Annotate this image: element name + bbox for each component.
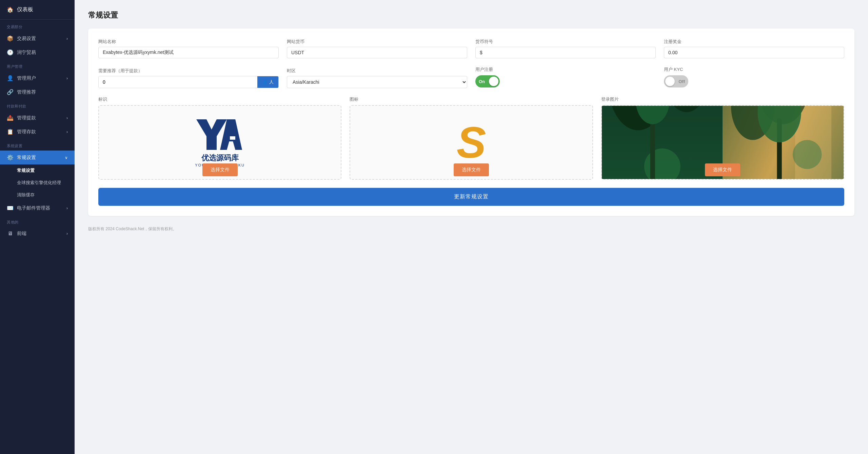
frontend-icon: 🖥 [7,231,14,237]
sidebar-item-manage-referrals[interactable]: 🔗 管理推荐 [0,85,75,99]
logo-text-zh: 优选源码库 [201,153,239,163]
manage-referrals-icon: 🔗 [7,89,14,95]
main-content: 常规设置 网站名称 网站货币 货币符号 注册奖金 需要推荐（用 [75,0,868,454]
settings-card: 网站名称 网站货币 货币符号 注册奖金 需要推荐（用于提款） [88,28,854,216]
icon-upload-group: 图标 S 选择文件 [350,96,593,180]
login-image-upload-box[interactable]: 选择文件 [601,105,844,180]
site-name-input[interactable] [98,47,279,58]
manage-users-label: 管理用户 [17,75,36,81]
chevron-down-icon: ∨ [65,155,68,160]
logo-select-file-btn[interactable]: 选择文件 [202,163,238,176]
sidebar-item-run-trade[interactable]: 🕐 润宁贸易 [0,45,75,59]
sidebar-item-manage-deposit[interactable]: 📋 管理存款 › [0,125,75,139]
site-currency-label: 网站货币 [287,39,467,45]
toggle-knob [489,77,498,86]
login-image-label: 登录图片 [601,96,844,102]
section-title-payment: 付款和付款 [0,99,75,111]
svg-point-18 [793,140,822,169]
footer: 版权所有 2024 CodeShack.Net，保留所有权利。 [88,216,854,235]
referral-button[interactable]: 👤 人 [257,76,278,88]
register-bonus-group: 注册奖金 [664,39,844,58]
logo-label: 标识 [98,96,341,102]
login-image-upload-group: 登录图片 [601,96,844,180]
upload-grid: 标识 优选源码库 [98,96,844,180]
manage-withdraw-label: 管理提款 [17,115,36,121]
sidebar-item-trade-settings[interactable]: 📦 交易设置 › [0,32,75,45]
toggle-knob-kyc [665,77,675,86]
site-name-group: 网站名称 [98,39,279,58]
register-bonus-input[interactable] [664,47,844,58]
home-icon: 🏠 [7,6,14,13]
chevron-icon: › [66,116,68,120]
sidebar-item-email-manager[interactable]: ✉️ 电子邮件管理器 › [0,201,75,215]
chevron-icon: › [66,206,68,211]
trade-settings-label: 交易设置 [17,36,36,42]
manage-withdraw-icon: 📤 [7,115,14,121]
login-img-right [723,106,844,179]
sidebar-sub-seo[interactable]: 全球搜索引擎优化经理 [0,177,75,189]
icon-label: 图标 [350,96,593,102]
toggle-off-label: Off [678,79,685,84]
ya-logo-svg [193,118,247,152]
sidebar: 🏠 仪表板 交易部分 📦 交易设置 › 🕐 润宁贸易 用户管理 👤 管理用户 ›… [0,0,75,454]
section-title-other: 其他的 [0,215,75,227]
svg-rect-2 [230,136,235,140]
update-settings-button[interactable]: 更新常规设置 [98,188,844,206]
sidebar-sub-cache[interactable]: 清除缓存 [0,189,75,201]
icon-select-file-btn[interactable]: 选择文件 [454,163,489,176]
logo-upload-group: 标识 优选源码库 [98,96,341,180]
sidebar-logo[interactable]: 🏠 仪表板 [0,0,75,20]
icon-upload-box[interactable]: S 选择文件 [350,105,593,180]
sub-cache-label: 清除缓存 [17,192,35,198]
user-registration-label: 用户注册 [475,66,656,73]
site-name-label: 网站名称 [98,39,279,45]
email-manager-label: 电子邮件管理器 [17,205,50,211]
forest-left-svg [602,106,723,179]
section-title-users: 用户管理 [0,59,75,71]
general-settings-label: 常规设置 [17,155,36,161]
logo-label: 仪表板 [17,6,33,13]
referral-input-group: 👤 人 [98,76,279,88]
chevron-icon: › [66,130,68,134]
run-trade-icon: 🕐 [7,49,14,56]
sub-general-label: 常规设置 [17,167,35,174]
referral-group: 需要推荐（用于提款） 👤 人 [98,68,279,88]
currency-symbol-input[interactable] [475,47,656,58]
site-currency-input[interactable] [287,47,467,58]
sidebar-sub-general[interactable]: 常规设置 [0,164,75,177]
person-icon: 👤 [262,80,268,85]
user-registration-toggle-wrapper: On [475,75,656,88]
general-settings-icon: ⚙️ [7,154,14,161]
register-bonus-label: 注册奖金 [664,39,844,45]
login-select-file-btn[interactable]: 选择文件 [705,163,740,176]
sidebar-item-manage-users[interactable]: 👤 管理用户 › [0,71,75,85]
referral-label: 需要推荐（用于提款） [98,68,279,74]
chevron-icon: › [66,36,68,41]
toggle-on-label: On [479,79,485,84]
logo-upload-box[interactable]: 优选源码库 YOUXUANYUANMAKU 选择文件 [98,105,341,180]
manage-users-icon: 👤 [7,75,14,81]
sidebar-item-general-settings[interactable]: ⚙️ 常规设置 ∨ [0,151,75,164]
sub-seo-label: 全球搜索引擎优化经理 [17,180,61,186]
manage-deposit-label: 管理存款 [17,129,36,135]
user-kyc-toggle-wrapper: Off [664,75,844,88]
login-img-left [602,106,723,179]
timezone-group: 时区 Asia/Karachi Asia/Shanghai UTC [287,68,467,88]
currency-symbol-group: 货币符号 [475,39,656,58]
user-kyc-label: 用户 KYC [664,66,844,73]
form-row-2: 需要推荐（用于提款） 👤 人 时区 Asia/Karachi Asia/Shan… [98,66,844,88]
section-title-trade: 交易部分 [0,20,75,32]
referral-btn-label: 人 [269,79,274,85]
timezone-label: 时区 [287,68,467,74]
user-registration-toggle[interactable]: On [475,75,500,87]
referral-input[interactable] [99,76,257,88]
currency-symbol-label: 货币符号 [475,39,656,45]
form-row-1: 网站名称 网站货币 货币符号 注册奖金 [98,39,844,58]
sidebar-item-manage-withdraw[interactable]: 📤 管理提款 › [0,111,75,125]
manage-deposit-icon: 📋 [7,129,14,135]
sidebar-item-frontend[interactable]: 🖥 前端 › [0,227,75,240]
timezone-select[interactable]: Asia/Karachi Asia/Shanghai UTC [287,76,467,88]
chevron-icon: › [66,231,68,236]
user-kyc-toggle[interactable]: Off [664,75,688,87]
user-kyc-group: 用户 KYC Off [664,66,844,88]
